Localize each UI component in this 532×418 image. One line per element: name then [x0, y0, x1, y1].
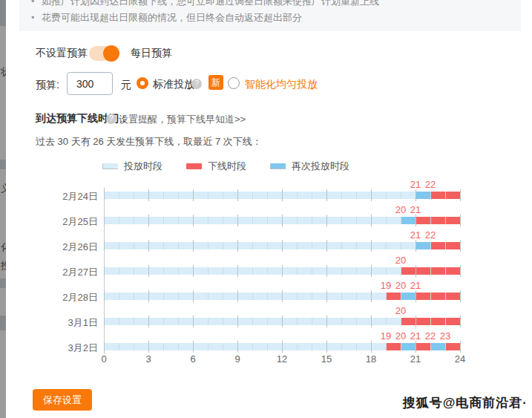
timeline-segment-deliver: [149, 217, 163, 224]
timeline-segment-deliver: [342, 267, 356, 275]
save-settings-button[interactable]: 保存设置: [33, 389, 92, 411]
new-badge: 新: [208, 75, 223, 90]
timeline-segment-deliver: [134, 343, 148, 350]
timeline-segment-deliver: [312, 343, 326, 350]
axis-tick: [460, 189, 461, 201]
timeline-segment-deliver: [149, 318, 163, 325]
reminder-link[interactable]: 设置提醒，预算下线早知道>>: [119, 113, 246, 126]
chart-legend: 投放时段 下线时段 再次投放时段: [102, 160, 349, 173]
timeline-segment-deliver: [357, 217, 371, 224]
help-icon[interactable]: ?: [106, 114, 116, 124]
timeline-segment-deliver: [327, 242, 341, 249]
timeline-segment-deliver: [298, 267, 312, 275]
standard-delivery-radio[interactable]: [137, 77, 148, 89]
timeline-segment-offline: [446, 293, 460, 300]
budget-toggle[interactable]: [89, 46, 119, 61]
timeline-segment-deliver: [312, 267, 326, 275]
timeline-segment-deliver: [164, 267, 178, 275]
help-icon[interactable]: ?: [191, 79, 202, 89]
axis-tick: [460, 316, 461, 327]
offline-hour-label: 21: [410, 330, 421, 342]
x-axis-tick-label: 9: [234, 353, 240, 365]
timeline-segment-deliver: [372, 318, 386, 325]
timeline-segment-deliver: [119, 318, 134, 325]
chart-row-date: 2月28日: [56, 291, 98, 304]
budget-notes: • 如推广计划因到达日限额下线，您可立即通过调整日限额来使推广计划重新上线 • …: [19, 0, 521, 31]
timeline-segment-deliver: [179, 217, 193, 224]
timeline-segment-deliver: [105, 192, 119, 199]
axis-tick: [460, 215, 461, 226]
timeline-segment-deliver: [253, 293, 267, 300]
timeline-segment-offline: [446, 242, 460, 249]
timeline-segment-deliver: [134, 217, 148, 224]
timeline-segment-deliver: [179, 242, 193, 249]
timeline-segment-deliver: [119, 192, 134, 199]
timeline-segment-deliver: [268, 293, 282, 300]
timeline-segment-deliver: [327, 192, 341, 199]
timeline-segment-offline: [431, 217, 445, 224]
timeline-segment-deliver: [253, 318, 267, 325]
timeline-segment-deliver: [298, 293, 312, 300]
x-axis-tick-label: 3: [145, 353, 151, 365]
timeline-segment-offline: [446, 343, 460, 350]
note-text-2: 花费可能出现超出日限额的情况，但日终会自动返还超出部分: [42, 10, 302, 26]
offline-hour-label: 20: [395, 280, 406, 291]
timeline-segment-deliver: [357, 293, 371, 300]
smart-delivery-radio[interactable]: [228, 77, 240, 89]
chart-row-date: 3月1日: [56, 316, 98, 330]
timeline-segment-offline: [401, 318, 416, 325]
timeline-segment-deliver: [134, 242, 148, 249]
timeline-segment-deliver: [327, 267, 341, 275]
axis-tick: [460, 290, 461, 302]
chart-row-date: 2月25日: [56, 215, 98, 229]
legend-item-redeliver[interactable]: 再次投放时段: [270, 160, 349, 173]
timeline-segment-deliver: [238, 242, 252, 249]
legend-item-deliver[interactable]: 投放时段: [102, 160, 162, 173]
timeline-segment-deliver: [268, 318, 282, 325]
timeline-segment-deliver: [253, 343, 267, 350]
timeline-segment-deliver: [253, 192, 267, 199]
timeline-segment-deliver: [298, 217, 312, 224]
timeline-segment-deliver: [268, 242, 282, 249]
timeline-segment-deliver: [149, 293, 163, 300]
offline-hour-label: 20: [395, 305, 406, 316]
timeline-segment-deliver: [164, 192, 178, 199]
timeline-segment-deliver: [149, 267, 163, 275]
x-axis-tick-label: 15: [321, 353, 332, 365]
timeline-segment-deliver: [342, 217, 356, 224]
budget-settings-panel: 状 义 化 投 • 如推广计划因到达日限额下线，您可立即通过调整日限额来使推广计…: [0, 0, 532, 418]
timeline-segment-deliver: [342, 192, 356, 199]
timeline-segment-deliver: [387, 242, 401, 249]
timeline-segment-deliver: [164, 217, 178, 224]
timeline-segment-deliver: [105, 293, 119, 300]
timeline-segment-deliver: [401, 192, 416, 199]
timeline-segment-deliver: [238, 192, 252, 199]
timeline-segment-deliver: [283, 267, 297, 275]
timeline-segment-offline: [387, 343, 401, 350]
chart-row-date: 2月24日: [56, 190, 98, 203]
timeline-segment-deliver: [223, 318, 237, 325]
timeline-segment-deliver: [283, 318, 297, 325]
timeline-segment-offline: [431, 242, 445, 249]
timeline-segment-deliver: [134, 192, 148, 199]
timeline-segment-deliver: [298, 343, 312, 350]
timeline-segment-deliver: [223, 267, 237, 275]
axis-tick: [460, 341, 461, 353]
timeline-segment-redeliver: [401, 343, 416, 350]
timeline-segment-deliver: [238, 343, 252, 350]
timeline-segment-deliver: [208, 192, 223, 199]
x-axis-tick-label: 0: [101, 353, 106, 365]
deliver-swatch-icon: [102, 163, 118, 169]
timeline-segment-offline: [431, 192, 445, 199]
offline-hour-label: 22: [425, 330, 436, 342]
timeline-segment-deliver: [105, 217, 119, 224]
currency-unit-label: 元: [121, 79, 131, 92]
timeline-segment-offline: [446, 318, 460, 325]
budget-amount-input[interactable]: [67, 72, 113, 95]
timeline-segment-deliver: [194, 267, 208, 275]
legend-item-offline[interactable]: 下线时段: [186, 160, 246, 173]
timeline-segment-deliver: [372, 267, 386, 275]
timeline-segment-deliver: [208, 318, 223, 325]
timeline-segment-deliver: [342, 293, 356, 300]
timeline-segment-deliver: [357, 318, 371, 325]
